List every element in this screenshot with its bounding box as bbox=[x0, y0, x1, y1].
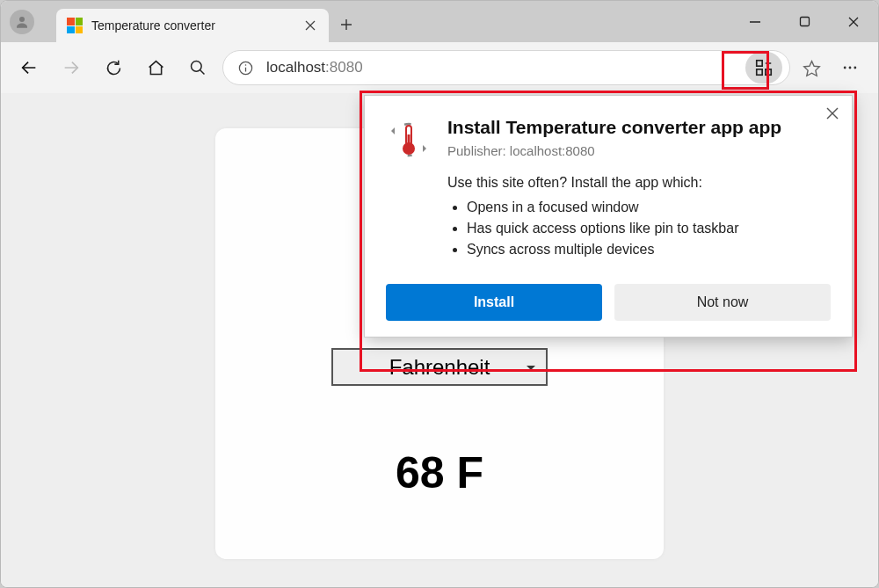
forward-button[interactable] bbox=[54, 50, 89, 85]
more-menu-button[interactable] bbox=[832, 50, 868, 85]
install-app-popup: Install Temperature converter app app Pu… bbox=[364, 95, 853, 338]
tab-favicon-icon bbox=[67, 18, 83, 33]
install-app-button[interactable] bbox=[745, 52, 782, 83]
popup-bullet: Opens in a focused window bbox=[467, 200, 831, 215]
svg-point-22 bbox=[844, 67, 846, 69]
svg-point-11 bbox=[192, 62, 202, 72]
popup-bullet: Has quick access options like pin to tas… bbox=[467, 221, 831, 236]
new-tab-button[interactable] bbox=[329, 7, 364, 42]
maximize-button[interactable] bbox=[780, 1, 829, 42]
svg-marker-28 bbox=[423, 145, 426, 152]
svg-point-24 bbox=[854, 67, 856, 69]
unit-select-value: Fahrenheit bbox=[389, 355, 490, 380]
unit-select[interactable]: Fahrenheit bbox=[331, 348, 548, 386]
popup-publisher: Publisher: localhost:8080 bbox=[447, 143, 781, 158]
svg-point-23 bbox=[849, 67, 852, 69]
svg-rect-17 bbox=[757, 69, 762, 75]
address-bar[interactable]: localhost:8080 bbox=[222, 50, 790, 85]
site-info-icon[interactable] bbox=[237, 60, 254, 76]
profile-avatar-icon bbox=[10, 10, 34, 34]
close-tab-button[interactable] bbox=[304, 19, 316, 32]
not-now-button[interactable]: Not now bbox=[614, 284, 831, 321]
address-text: localhost:8080 bbox=[266, 59, 363, 76]
svg-marker-27 bbox=[391, 127, 395, 134]
popup-benefits-list: Opens in a focused window Has quick acce… bbox=[467, 200, 831, 258]
window-controls bbox=[730, 1, 878, 42]
svg-point-31 bbox=[403, 142, 415, 155]
refresh-button[interactable] bbox=[96, 50, 131, 85]
browser-window: Temperature converter bbox=[0, 0, 879, 588]
search-button[interactable] bbox=[180, 50, 215, 85]
svg-marker-21 bbox=[803, 61, 819, 76]
result-text: 68 F bbox=[396, 447, 483, 498]
svg-line-12 bbox=[200, 70, 205, 75]
tab-title: Temperature converter bbox=[91, 18, 295, 33]
address-port: :8080 bbox=[325, 59, 363, 76]
popup-lead: Use this site often? Install the app whi… bbox=[447, 175, 831, 191]
titlebar: Temperature converter bbox=[1, 1, 878, 42]
toolbar: localhost:8080 bbox=[1, 42, 878, 93]
minimize-button[interactable] bbox=[730, 1, 780, 42]
popup-close-button[interactable] bbox=[825, 106, 839, 120]
svg-point-0 bbox=[19, 17, 25, 22]
popup-title: Install Temperature converter app app bbox=[447, 117, 781, 138]
svg-rect-16 bbox=[757, 61, 762, 66]
favorite-button[interactable] bbox=[794, 50, 829, 85]
back-button[interactable] bbox=[11, 50, 47, 85]
browser-tab[interactable]: Temperature converter bbox=[56, 9, 329, 42]
thermometer-icon bbox=[386, 117, 432, 163]
popup-bullet: Syncs across multiple devices bbox=[467, 242, 831, 258]
close-window-button[interactable] bbox=[829, 1, 878, 42]
install-button[interactable]: Install bbox=[386, 284, 602, 321]
address-host: localhost bbox=[266, 59, 325, 76]
home-button[interactable] bbox=[138, 50, 173, 85]
svg-rect-6 bbox=[800, 18, 809, 26]
svg-rect-18 bbox=[766, 69, 771, 75]
svg-point-15 bbox=[245, 64, 247, 66]
profile-button[interactable] bbox=[1, 1, 43, 42]
